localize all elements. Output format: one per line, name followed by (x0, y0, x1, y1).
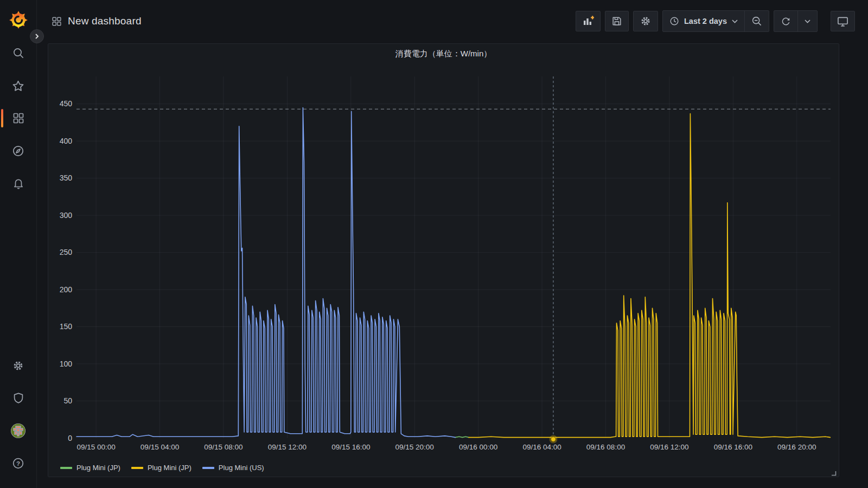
legend-color-swatch (60, 467, 72, 469)
time-picker-group: Last 2 days (662, 10, 769, 32)
chart-legend: Plug Mini (JP)Plug Mini (JP)Plug Mini (U… (60, 464, 264, 472)
sidebar-item-server-admin[interactable] (0, 391, 36, 404)
x-tick-label: 09/16 16:00 (714, 443, 752, 451)
x-tick-label: 09/15 20:00 (395, 443, 434, 451)
y-tick-label: 450 (60, 99, 73, 108)
x-tick-label: 09/15 12:00 (268, 443, 307, 451)
x-tick-label: 09/15 08:00 (204, 443, 242, 451)
y-tick-label: 0 (68, 434, 72, 442)
legend-item[interactable]: Plug Mini (JP) (131, 464, 192, 472)
bell-icon (12, 177, 24, 189)
y-tick-label: 150 (60, 322, 73, 331)
zoom-out-icon (751, 16, 762, 27)
shield-icon (12, 392, 24, 404)
sidebar-item-search[interactable] (0, 47, 36, 60)
add-panel-icon (582, 15, 594, 27)
grafana-app: ? New dashboard (0, 0, 868, 488)
sidebar-item-explore[interactable] (0, 144, 36, 157)
sidebar-item-dashboards[interactable] (0, 112, 36, 125)
chevron-down-icon (805, 20, 810, 23)
x-tick-label: 09/16 04:00 (522, 443, 561, 451)
chevron-right-icon (34, 34, 40, 39)
y-tick-label: 400 (60, 137, 73, 145)
x-tick-label: 09/16 12:00 (650, 443, 688, 451)
top-navigation-bar: New dashboard (37, 0, 868, 42)
time-range-label: Last 2 days (684, 17, 727, 25)
resize-corner-icon (831, 470, 837, 476)
sidebar-nav-top (0, 47, 36, 190)
compass-icon (12, 145, 24, 157)
legend-label: Plug Mini (JP) (148, 464, 192, 472)
sidebar-item-alerting[interactable] (0, 177, 36, 190)
sidebar-nav-bottom: ? (0, 359, 36, 470)
series-line (76, 108, 455, 438)
sidebar-item-settings[interactable] (0, 359, 36, 372)
help-icon: ? (12, 457, 24, 470)
legend-label: Plug Mini (US) (219, 464, 264, 472)
star-icon (12, 80, 24, 92)
refresh-group (774, 10, 818, 32)
dashboard-panel: 消費電力（単位：W/min） 09/15 00:0009/15 04:0009/… (48, 43, 839, 477)
toolbar: Last 2 days (576, 10, 855, 32)
x-tick-label: 09/15 04:00 (141, 443, 179, 451)
gear-icon (12, 359, 24, 372)
legend-color-swatch (202, 467, 214, 469)
x-tick-label: 09/16 00:00 (459, 443, 497, 451)
y-tick-label: 350 (60, 174, 73, 182)
sidebar-item-starred[interactable] (0, 79, 36, 92)
refresh-interval-dropdown[interactable] (797, 11, 817, 31)
save-dashboard-button[interactable] (605, 11, 629, 31)
monitor-icon (837, 16, 848, 27)
refresh-icon (781, 16, 791, 27)
svg-text:?: ? (16, 460, 20, 466)
page-title: New dashboard (68, 15, 142, 27)
y-tick-label: 300 (60, 211, 73, 220)
panel-resize-handle[interactable] (831, 468, 837, 475)
refresh-button[interactable] (774, 11, 797, 31)
dashboard-grid-icon (52, 16, 62, 27)
legend-item[interactable]: Plug Mini (JP) (60, 464, 120, 472)
dashboards-grid-icon (12, 112, 24, 124)
legend-color-swatch (131, 467, 143, 469)
chevron-down-icon (732, 20, 738, 23)
time-range-picker[interactable]: Last 2 days (663, 11, 744, 31)
sidebar-item-help[interactable]: ? (0, 457, 36, 470)
panel-title[interactable]: 消費電力（単位：W/min） (48, 44, 839, 63)
user-avatar (11, 423, 25, 438)
dashboard-settings-button[interactable] (633, 11, 658, 31)
zoom-out-button[interactable] (744, 11, 769, 31)
x-tick-label: 09/16 20:00 (777, 443, 816, 451)
save-icon (611, 16, 622, 27)
series-line (469, 114, 830, 438)
clock-icon (669, 16, 679, 26)
tv-mode-button[interactable] (831, 11, 855, 31)
breadcrumb[interactable]: New dashboard (52, 15, 142, 27)
x-tick-label: 09/15 16:00 (331, 443, 370, 451)
search-icon (12, 47, 24, 59)
gear-icon (640, 15, 652, 27)
grafana-logo[interactable] (8, 9, 29, 30)
legend-label: Plug Mini (JP) (76, 464, 120, 472)
sidebar-item-profile[interactable] (0, 424, 36, 437)
x-tick-label: 09/16 08:00 (586, 443, 625, 451)
sidebar: ? (0, 0, 37, 488)
y-tick-label: 200 (60, 285, 73, 294)
series-line (455, 436, 469, 437)
annotation-marker (551, 437, 556, 442)
add-panel-button[interactable] (576, 11, 601, 31)
sidebar-expand-button[interactable] (30, 29, 44, 43)
y-tick-label: 100 (60, 359, 73, 368)
y-tick-label: 50 (63, 396, 72, 405)
legend-item[interactable]: Plug Mini (US) (202, 464, 264, 472)
y-tick-label: 250 (60, 248, 73, 256)
x-tick-label: 09/15 00:00 (76, 443, 115, 451)
time-series-chart[interactable]: 09/15 00:0009/15 04:0009/15 08:0009/15 1… (48, 44, 839, 477)
